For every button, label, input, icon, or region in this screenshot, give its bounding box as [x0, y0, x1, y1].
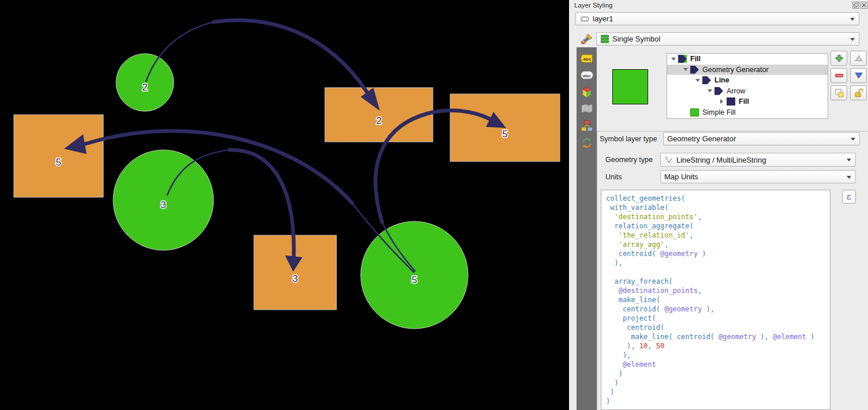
- expression-code-line: ): [606, 388, 830, 397]
- svg-text:abc: abc: [583, 57, 591, 62]
- map-feature-label: 2: [376, 115, 381, 126]
- expander-down-icon[interactable]: [706, 89, 713, 92]
- chevron-down-icon: [850, 18, 855, 21]
- map-feature-label: 2: [142, 82, 147, 93]
- expander-right-icon[interactable]: [718, 99, 725, 104]
- expression-code-line: make_line( centroid( @geometry ), @eleme…: [606, 332, 830, 341]
- symbol-preview-swatch: [612, 69, 648, 104]
- symbol-layer-type-label: Symbol layer type: [600, 135, 657, 143]
- geometry-type-value: LineString / MultiLineString: [676, 156, 766, 164]
- lock-symbol-layer-button[interactable]: [850, 85, 867, 100]
- map-rectangle-feature: [14, 115, 103, 197]
- diagrams-icon: [581, 120, 593, 131]
- symbol-layer-type-dropdown[interactable]: Geometry Generator: [663, 132, 860, 145]
- styling-tabs-strip: abc abc: [577, 47, 597, 410]
- expression-code-line: array_foreach(: [606, 277, 830, 286]
- units-value: Map Units: [664, 172, 698, 181]
- expression-code-line: collect_geometries(: [606, 194, 830, 203]
- symbol-layers-tree: FillGeometry GeneratorLineArrowFillSimpl…: [667, 53, 828, 119]
- duplicate-icon: [835, 88, 844, 97]
- cube-3d-icon: [581, 86, 593, 98]
- map-canvas[interactable]: 2352553: [0, 0, 569, 410]
- expression-code-line: make_line(: [606, 295, 830, 304]
- sidebar-tab-symbology[interactable]: [577, 31, 597, 47]
- expression-code-line: @element: [606, 360, 830, 369]
- fill-symbol-icon: [678, 55, 687, 63]
- expander-down-icon[interactable]: [669, 58, 677, 61]
- divider: [597, 131, 868, 131]
- expression-code-line: ): [606, 397, 830, 406]
- expression-code-line: [606, 268, 830, 277]
- symbol-tree-row[interactable]: Arrow: [667, 86, 828, 97]
- expression-code-line: ),: [606, 351, 830, 360]
- duplicate-symbol-layer-button[interactable]: [830, 85, 847, 100]
- svg-text:abc: abc: [583, 73, 591, 78]
- symbol-tree-row[interactable]: Fill: [667, 54, 828, 65]
- symbol-tree-row[interactable]: Line: [667, 75, 828, 86]
- remove-symbol-layer-button[interactable]: [830, 68, 847, 83]
- expression-code-line: project(: [606, 314, 830, 323]
- expression-code-line: 'array_agg',: [606, 240, 830, 249]
- chevron-down-icon: [850, 38, 855, 41]
- sidebar-tab-labels[interactable]: abc: [577, 50, 597, 67]
- map-feature-label: 5: [411, 274, 417, 285]
- geometry-type-dropdown[interactable]: LineString / MultiLineString: [660, 153, 856, 167]
- sidebar-tab-masks[interactable]: [577, 100, 597, 116]
- symbol-tree-row[interactable]: Simple Fill: [667, 107, 828, 118]
- chevron-down-icon: [847, 176, 851, 179]
- polygon-layer-icon: [579, 15, 590, 23]
- expression-builder-button[interactable]: ε: [842, 190, 856, 204]
- expression-code-line: @destination_points,: [606, 286, 830, 295]
- navy-square-icon: [727, 97, 735, 106]
- expression-code-line: centroid( @geometry ),: [606, 304, 830, 314]
- symbol-tree-row-label: Fill: [690, 55, 701, 63]
- layer-selector-dropdown[interactable]: layer1: [575, 12, 859, 25]
- add-symbol-layer-button[interactable]: [830, 51, 847, 66]
- expression-code-line: with_variable(: [606, 203, 830, 212]
- paintbrush-icon: [580, 32, 594, 46]
- expression-code-line: 'the_relation_id',: [606, 231, 830, 240]
- move-down-button[interactable]: [850, 68, 867, 83]
- close-panel-icon[interactable]: [860, 2, 867, 9]
- lock-open-icon: [854, 88, 863, 97]
- pentagon-icon: [702, 76, 711, 84]
- symbol-tree-row-label: Fill: [739, 97, 749, 106]
- expression-code-line: ),: [606, 258, 830, 268]
- undock-panel-icon[interactable]: [852, 2, 859, 9]
- chevron-down-icon: [847, 159, 851, 161]
- map-rectangle-feature: [325, 88, 433, 142]
- map-feature-label: 5: [56, 157, 61, 168]
- renderer-selector-dropdown[interactable]: Single Symbol: [596, 32, 859, 46]
- move-up-button[interactable]: [850, 51, 867, 66]
- expression-code-line: centroid(: [606, 323, 830, 332]
- plus-icon: [835, 54, 844, 63]
- symbol-layer-type-value: Geometry Generator: [667, 134, 736, 143]
- sidebar-tab-history[interactable]: [577, 134, 597, 151]
- units-dropdown[interactable]: Map Units: [660, 170, 856, 183]
- panel-title: Layer Styling: [574, 2, 612, 9]
- map-feature-label: 3: [160, 200, 166, 210]
- expression-code-line: ), 10, 50: [606, 341, 830, 351]
- callouts-icon: abc: [581, 71, 593, 80]
- expression-code-line: 'destination_points',: [606, 212, 830, 221]
- sidebar-tab-callouts[interactable]: abc: [577, 67, 597, 84]
- pentagon-icon: [714, 87, 723, 95]
- layer-selector-value: layer1: [593, 14, 613, 23]
- geometry-type-label: Geometry type: [605, 156, 653, 164]
- expression-code-line: ): [606, 369, 830, 378]
- single-symbol-icon: [600, 35, 609, 43]
- expander-down-icon[interactable]: [694, 79, 701, 82]
- sidebar-tab-diagrams[interactable]: [577, 117, 597, 134]
- expression-code-line: relation_aggregate(: [606, 221, 830, 231]
- map-feature-label: 3: [293, 273, 298, 284]
- symbol-tree-row[interactable]: Fill: [667, 96, 828, 107]
- expression-editor[interactable]: collect_geometries( with_variable( 'dest…: [601, 190, 830, 410]
- labels-icon: abc: [581, 54, 593, 63]
- qgis-window: 2352553 Layer Styling layer1: [0, 0, 868, 410]
- arrow-up-icon: [854, 54, 863, 63]
- symbol-tree-row[interactable]: Geometry Generator: [667, 65, 828, 76]
- expander-down-icon[interactable]: [682, 68, 689, 71]
- sidebar-tab-3d-view[interactable]: [577, 84, 597, 100]
- expression-code-line: ): [606, 378, 830, 388]
- symbol-tree-row-label: Arrow: [727, 87, 746, 95]
